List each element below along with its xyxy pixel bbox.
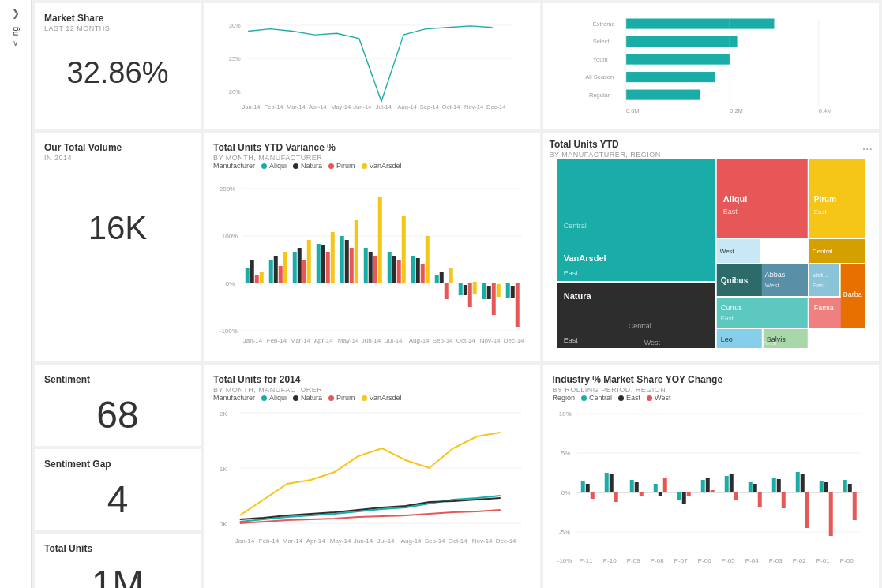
svg-rect-119 bbox=[824, 482, 828, 492]
treemap-currus[interactable] bbox=[716, 298, 807, 328]
svg-text:P-08: P-08 bbox=[650, 557, 663, 564]
legend2-label-pirum: Pirum bbox=[336, 394, 355, 402]
legend2-dot-aliqui bbox=[261, 395, 267, 401]
legend2-aliqui: Aliqui bbox=[261, 394, 287, 402]
svg-text:Dec-14: Dec-14 bbox=[496, 537, 516, 545]
y-neg100: -100% bbox=[220, 328, 238, 335]
total-volume-title: Our Total Volume bbox=[44, 142, 191, 153]
y-neg10pct: -10% bbox=[557, 557, 572, 564]
treemap-pirum-east: East bbox=[813, 208, 827, 215]
treemap-abbas-label: Abbas bbox=[764, 271, 785, 279]
total-units-value: 1M bbox=[44, 562, 191, 588]
units2014-legend-label: Manufacturer bbox=[213, 394, 255, 402]
svg-rect-104 bbox=[705, 478, 709, 492]
sidebar: ❯ ng ∨ bbox=[0, 0, 32, 588]
line-chart-svg: 30% 25% 20% Jan-14 Feb-14 Mar-14 Apr-14 … bbox=[213, 13, 531, 120]
svg-rect-91 bbox=[604, 473, 608, 492]
legend-dot-natura bbox=[293, 163, 298, 169]
treemap-abbas[interactable] bbox=[761, 264, 807, 296]
svg-rect-44 bbox=[445, 283, 449, 299]
bar-chart-svg: Extreme Select Youth All Season Regular … bbox=[553, 13, 870, 120]
x-feb: Feb-14 bbox=[265, 103, 283, 110]
svg-rect-16 bbox=[279, 266, 283, 283]
svg-rect-23 bbox=[321, 245, 325, 283]
treemap-pirum-central-label: Central bbox=[812, 248, 832, 255]
svg-rect-96 bbox=[639, 492, 643, 496]
svg-rect-38 bbox=[411, 256, 415, 283]
svg-rect-27 bbox=[345, 240, 349, 283]
legend2-label-vanarsdel: VanArsdel bbox=[370, 394, 402, 402]
legend3-dot-west bbox=[647, 395, 652, 401]
svg-rect-47 bbox=[464, 285, 467, 295]
variance-legend-label: Manufacturer bbox=[213, 162, 255, 170]
svg-rect-106 bbox=[724, 476, 728, 492]
industry-legend-label: Region bbox=[553, 394, 576, 402]
svg-text:Dec-14: Dec-14 bbox=[504, 337, 524, 344]
bar-label-select: Select bbox=[592, 38, 610, 45]
main-content: Market Share LAST 12 MONTHS 32.86% 30% 2… bbox=[32, 0, 882, 588]
svg-rect-29 bbox=[355, 220, 358, 283]
treemap-leo-label: Leo bbox=[720, 335, 732, 343]
units2014-legend: Manufacturer Aliqui Natura Pirum VanArsd… bbox=[213, 394, 531, 402]
svg-rect-49 bbox=[473, 282, 477, 294]
svg-rect-26 bbox=[340, 236, 344, 283]
svg-text:Mar-14: Mar-14 bbox=[291, 337, 311, 344]
dashboard: ❯ ng ∨ Market Share LAST 12 MONTHS 32.86… bbox=[0, 0, 882, 588]
sentiment-gap-title: Sentiment Gap bbox=[44, 459, 191, 470]
svg-rect-14 bbox=[269, 260, 273, 283]
total-units-title: Total Units bbox=[44, 543, 191, 554]
treemap-card: Total Units YTD BY MANUFACTURER, REGION … bbox=[543, 133, 880, 361]
svg-rect-115 bbox=[795, 472, 799, 492]
legend-label-vanarsdel: VanArsdel bbox=[370, 162, 402, 170]
svg-rect-102 bbox=[686, 492, 690, 496]
svg-text:Oct-14: Oct-14 bbox=[449, 537, 468, 545]
treemap-vict-label: Vict... bbox=[812, 272, 828, 279]
svg-text:Aug-14: Aug-14 bbox=[409, 337, 430, 344]
treemap-east-label: East bbox=[563, 269, 578, 277]
y-0: 0% bbox=[226, 280, 235, 287]
bar-regular bbox=[625, 90, 700, 100]
sentiment-column: Sentiment 68 Sentiment Gap 4 Total Units… bbox=[35, 365, 201, 588]
svg-rect-34 bbox=[388, 252, 392, 283]
svg-rect-12 bbox=[255, 275, 259, 283]
svg-rect-120 bbox=[828, 492, 832, 536]
svg-rect-52 bbox=[492, 283, 496, 315]
treemap-subtitle: BY MANUFACTURER, REGION bbox=[550, 151, 661, 159]
total-volume-subtitle: IN 2014 bbox=[44, 154, 191, 162]
y-10pct: 10% bbox=[558, 410, 571, 418]
treemap-west-aliqui: West bbox=[719, 248, 734, 255]
y-neg5pct: -5% bbox=[558, 529, 569, 536]
sentiment-value: 68 bbox=[44, 393, 191, 436]
svg-text:May-14: May-14 bbox=[338, 337, 359, 344]
svg-rect-51 bbox=[487, 286, 491, 299]
y-label-25: 25% bbox=[229, 55, 241, 62]
x-jun: Jun-14 bbox=[353, 103, 371, 110]
market-share-title: Market Share bbox=[44, 13, 191, 24]
units2014-svg: 2K 1K 0K Jan-14 Feb-14 Mar-14 Apr-14 May… bbox=[213, 405, 531, 575]
treemap-currus-east: East bbox=[720, 315, 734, 322]
legend-vanarsdel: VanArsdel bbox=[362, 162, 402, 170]
svg-rect-39 bbox=[416, 258, 420, 283]
market-share-value: 32.86% bbox=[44, 56, 191, 90]
units-2014-card: Total Units for 2014 BY MONTH, MANUFACTU… bbox=[204, 365, 540, 588]
treemap-more-button[interactable]: ... bbox=[862, 139, 873, 153]
svg-rect-21 bbox=[307, 240, 311, 283]
svg-rect-37 bbox=[402, 216, 406, 283]
legend3-label-east: East bbox=[626, 394, 640, 402]
industry-legend: Region Central East West bbox=[553, 394, 870, 402]
bar-select bbox=[625, 36, 737, 47]
treemap-vict[interactable] bbox=[809, 264, 839, 296]
treemap-quibus-label: Quibus bbox=[720, 276, 748, 285]
sidebar-chevron-icon[interactable]: ∨ bbox=[13, 39, 18, 47]
svg-text:Jan-14: Jan-14 bbox=[243, 337, 263, 344]
svg-rect-15 bbox=[274, 256, 278, 283]
svg-rect-28 bbox=[350, 248, 354, 283]
sidebar-collapse-button[interactable]: ❯ bbox=[12, 8, 20, 19]
market-share-subtitle: LAST 12 MONTHS bbox=[44, 24, 191, 32]
svg-rect-40 bbox=[421, 264, 425, 283]
variance-subtitle: BY MONTH, MANUFACTURER bbox=[213, 154, 531, 162]
svg-rect-109 bbox=[748, 482, 752, 492]
sentiment-title: Sentiment bbox=[44, 374, 191, 385]
x-nov: Nov-14 bbox=[464, 103, 483, 110]
legend-dot-pirum bbox=[328, 163, 334, 169]
